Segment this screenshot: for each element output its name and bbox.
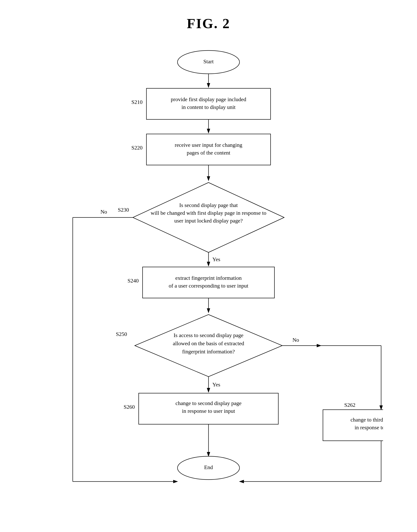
s240-text-2: of a user corresponding to user input — [169, 283, 249, 289]
no-label-s250: No — [292, 337, 299, 343]
s262-step-label: S262 — [344, 402, 355, 408]
s262-text-1: change to third display page — [351, 417, 383, 423]
no-label-s230: No — [101, 209, 107, 215]
yes-label-s230: Yes — [212, 256, 220, 262]
s260-text-1: change to second display page — [176, 400, 242, 406]
s230-step-label: S230 — [118, 207, 129, 213]
s240-step-label: S240 — [127, 278, 139, 284]
s240-box — [143, 267, 274, 298]
yes-label-s250: Yes — [212, 381, 220, 388]
s210-text-2: in content to display unit — [182, 104, 236, 110]
s220-step-label: S220 — [131, 145, 143, 151]
flowchart-svg: Start provide first display page include… — [34, 43, 383, 518]
s250-text-3: fingerprint information? — [182, 348, 235, 355]
end-label: End — [204, 464, 213, 470]
s260-text-2: in response to user input — [182, 408, 235, 414]
s220-text-1: receive user input for changing — [175, 142, 242, 148]
s210-step-label: S210 — [131, 99, 143, 105]
s230-diamond — [133, 183, 284, 252]
flowchart-container: Start provide first display page include… — [0, 43, 417, 532]
s250-text-2: allowed on the basis of extracted — [173, 340, 244, 346]
start-label: Start — [203, 58, 214, 65]
s230-text-3: user input locked display page? — [174, 218, 243, 224]
s220-box — [146, 134, 271, 165]
s260-step-label: S260 — [124, 404, 135, 410]
page-title: FIG. 2 — [0, 0, 417, 32]
s250-step-label: S250 — [116, 331, 127, 337]
s220-text-2: pages of the content — [187, 150, 230, 156]
s230-text-2: will be changed with first display page … — [151, 210, 266, 216]
s210-box — [146, 88, 271, 119]
s210-text-1: provide first display page included — [171, 96, 246, 102]
s250-text-1: Is access to second display page — [174, 332, 243, 338]
s262-text-2: in response to user input — [354, 424, 383, 430]
s240-text-1: extract fingerprint information — [175, 275, 242, 281]
s230-text-1: Is second display page that — [179, 202, 238, 208]
